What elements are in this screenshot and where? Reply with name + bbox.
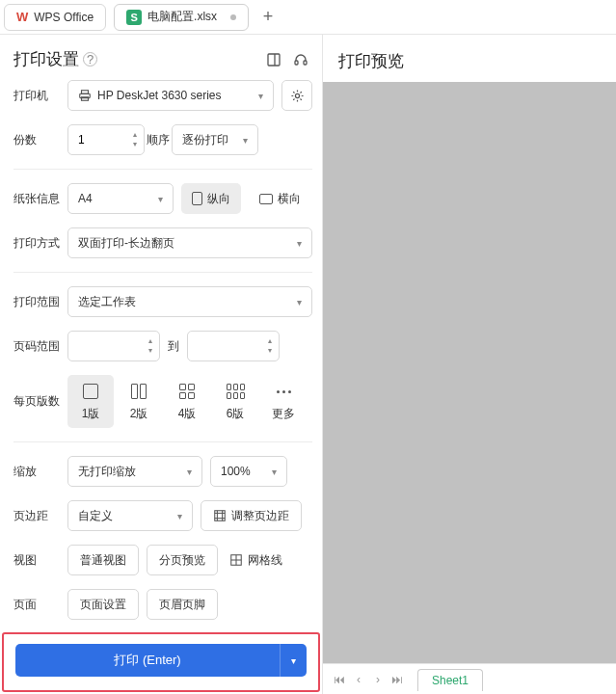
duplex-label: 打印方式	[13, 235, 67, 252]
layout-2-button[interactable]: 2版	[116, 375, 162, 428]
scale-label: 缩放	[13, 464, 67, 480]
view-pagebreak-button[interactable]: 分页预览	[147, 545, 218, 575]
chevron-down-icon: ▾	[272, 467, 277, 477]
portrait-icon	[192, 192, 202, 205]
layout-label: 每页版数	[13, 393, 67, 410]
chevron-down-icon: ▾	[297, 238, 302, 249]
print-range-select[interactable]: 选定工作表 ▾	[67, 286, 312, 317]
printer-select[interactable]: HP DeskJet 3630 series ▾	[67, 80, 274, 111]
layout-4-icon	[179, 384, 195, 399]
layout-6-button[interactable]: 6版	[212, 375, 258, 428]
print-dropdown-button[interactable]: ▾	[280, 644, 307, 677]
preview-footer: ⏮ ‹ › ⏭ Sheet1	[323, 663, 616, 694]
new-tab-button[interactable]: +	[256, 6, 280, 29]
layout-1-button[interactable]: 1版	[67, 375, 114, 428]
unsaved-indicator-icon	[230, 14, 236, 20]
orientation-portrait-button[interactable]: 纵向	[181, 183, 241, 214]
paper-label: 纸张信息	[13, 191, 67, 207]
view-label: 视图	[13, 552, 67, 569]
preview-canvas	[323, 82, 616, 663]
collate-select[interactable]: 逐份打印 ▾	[172, 124, 258, 155]
chevron-down-icon: ▾	[158, 194, 163, 204]
svg-rect-2	[295, 61, 298, 65]
page-from-input[interactable]: ▴▾	[67, 331, 160, 361]
order-label: 顺序	[145, 132, 172, 148]
spin-down-icon[interactable]: ▾	[265, 346, 275, 356]
gridlines-toggle[interactable]: 网格线	[226, 545, 294, 575]
scale-percent-select[interactable]: 100% ▾	[210, 456, 287, 487]
nav-prev-button[interactable]: ‹	[350, 670, 367, 689]
help-icon[interactable]: ?	[83, 52, 97, 67]
spin-down-icon[interactable]: ▾	[130, 140, 140, 149]
layout-6-icon	[227, 384, 245, 399]
margins-select[interactable]: 自定义 ▾	[67, 500, 193, 531]
page-range-label: 页码范围	[13, 338, 67, 355]
view-normal-button[interactable]: 普通视图	[67, 545, 139, 575]
copies-label: 份数	[13, 132, 67, 148]
chevron-down-icon: ▾	[243, 135, 248, 146]
svg-point-7	[295, 93, 299, 97]
sheet-logo-icon: S	[126, 10, 142, 25]
tab-bar: W WPS Office S 电脑配置.xlsx +	[0, 0, 616, 35]
print-preview-panel: 打印预览 ⏮ ‹ › ⏭ Sheet1	[323, 35, 616, 694]
print-button[interactable]: 打印 (Enter)	[15, 644, 280, 677]
gridlines-icon	[229, 553, 243, 567]
chevron-down-icon: ▾	[187, 467, 192, 477]
print-button-highlight-frame: 打印 (Enter) ▾	[2, 632, 320, 692]
adjust-margins-button[interactable]: 调整页边距	[201, 500, 302, 531]
svg-rect-6	[82, 97, 89, 101]
spin-up-icon[interactable]: ▴	[130, 130, 140, 140]
file-tab-label: 电脑配置.xlsx	[147, 9, 217, 25]
app-tab-label: WPS Office	[34, 11, 94, 24]
layout-more-button[interactable]: 更多	[260, 375, 307, 428]
app-tab[interactable]: W WPS Office	[4, 4, 106, 31]
page-setup-button[interactable]: 页面设置	[67, 589, 139, 620]
header-footer-button[interactable]: 页眉页脚	[147, 589, 218, 620]
layout-1-icon	[83, 384, 98, 399]
printer-label: 打印机	[13, 88, 67, 104]
copies-input[interactable]: 1 ▴▾	[67, 124, 145, 155]
wps-logo-icon: W	[16, 10, 28, 24]
svg-rect-3	[304, 61, 307, 65]
chevron-down-icon: ▾	[177, 511, 182, 521]
paper-size-select[interactable]: A4 ▾	[67, 183, 174, 214]
headset-icon[interactable]	[293, 52, 308, 67]
duplex-select[interactable]: 双面打印-长边翻页 ▾	[67, 227, 312, 258]
panel-dock-icon[interactable]	[266, 52, 281, 67]
print-range-label: 打印范围	[13, 294, 67, 310]
spin-up-icon[interactable]: ▴	[146, 336, 155, 346]
preview-title: 打印预览	[323, 35, 616, 82]
nav-next-button[interactable]: ›	[369, 670, 387, 689]
file-tab[interactable]: S 电脑配置.xlsx	[114, 4, 249, 31]
svg-rect-8	[215, 511, 226, 521]
page-to-input[interactable]: ▴▾	[187, 331, 280, 361]
layout-2-icon	[131, 384, 147, 399]
spin-down-icon[interactable]: ▾	[146, 346, 155, 356]
sheet-tab[interactable]: Sheet1	[417, 669, 483, 691]
chevron-down-icon: ▾	[297, 297, 302, 307]
landscape-icon	[259, 194, 273, 204]
scale-mode-select[interactable]: 无打印缩放 ▾	[67, 456, 202, 487]
printer-settings-button[interactable]	[281, 80, 312, 111]
nav-first-button[interactable]: ⏮	[331, 670, 348, 689]
print-button-group: 打印 (Enter) ▾	[15, 644, 307, 677]
orientation-landscape-button[interactable]: 横向	[249, 183, 311, 214]
page-range-to-label: 到	[168, 338, 179, 355]
layout-4-button[interactable]: 4版	[164, 375, 210, 428]
panel-title: 打印设置 ?	[13, 48, 97, 70]
more-icon	[277, 390, 291, 393]
chevron-down-icon: ▾	[258, 91, 263, 101]
margins-icon	[213, 509, 227, 522]
svg-rect-0	[268, 54, 280, 66]
nav-last-button[interactable]: ⏭	[388, 670, 406, 689]
margins-label: 页边距	[13, 508, 67, 524]
printer-icon	[78, 89, 92, 102]
print-settings-panel: 打印设置 ? 打印机	[0, 35, 323, 694]
page-label: 页面	[13, 597, 67, 613]
spin-up-icon[interactable]: ▴	[265, 336, 275, 346]
